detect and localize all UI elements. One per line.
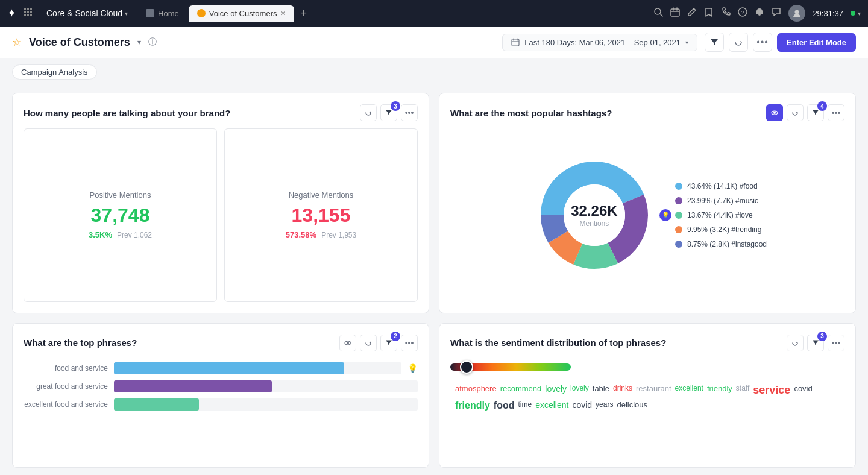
add-tab-button[interactable]: +	[295, 5, 312, 22]
phrases-more-button[interactable]: •••	[401, 335, 418, 351]
slider-thumb[interactable]	[460, 360, 473, 374]
svg-text:?: ?	[741, 10, 744, 16]
hashtags-filter-badge: 4	[817, 101, 827, 111]
word-cloud: atmosphererecommendlovelylovelytabledrin…	[450, 379, 844, 416]
status-dot-icon	[851, 11, 855, 16]
word-cloud-item[interactable]: time	[518, 400, 532, 411]
word-cloud-item[interactable]: covid	[794, 384, 812, 397]
mentions-refresh-button[interactable]	[360, 104, 377, 121]
mentions-filter-button[interactable]: 3	[380, 104, 397, 121]
campaign-analysis-filter[interactable]: Campaign Analysis	[12, 64, 97, 80]
nav-time: 29:31:37	[813, 9, 843, 18]
phrases-eye-button[interactable]	[339, 335, 356, 351]
word-cloud-item[interactable]: friendly	[455, 400, 490, 411]
word-cloud-item[interactable]: covid	[572, 400, 592, 411]
enter-edit-mode-button[interactable]: Enter Edit Mode	[777, 33, 856, 52]
tab-close-icon[interactable]: ✕	[280, 10, 286, 17]
voc-tab-icon	[197, 9, 206, 17]
word-cloud-item[interactable]: years	[596, 400, 613, 411]
donut-legend: 43.64% (14.1K) #food23.99% (7.7K) #music…	[675, 182, 767, 248]
svg-rect-8	[30, 14, 32, 16]
hashtags-eye-button[interactable]	[766, 104, 783, 121]
word-cloud-item[interactable]: lovely	[545, 384, 567, 397]
word-cloud-item[interactable]: service	[753, 384, 790, 397]
word-cloud-item[interactable]: staff	[736, 384, 749, 397]
word-cloud-item[interactable]: delicious	[617, 400, 647, 411]
word-cloud-item[interactable]: lovely	[570, 384, 589, 397]
sentiment-slider[interactable]	[450, 363, 571, 371]
product-chevron-icon: ▾	[125, 10, 128, 17]
apps-grid-icon[interactable]	[24, 8, 32, 19]
mentions-widget-actions: 3 •••	[360, 104, 418, 121]
phone-icon[interactable]	[721, 7, 731, 19]
svg-rect-5	[30, 11, 32, 13]
legend-label: 9.95% (3.2K) #trending	[687, 225, 761, 234]
more-button[interactable]: •••	[753, 33, 772, 52]
word-cloud-item[interactable]: recommend	[500, 384, 542, 397]
notification-icon[interactable]	[755, 7, 764, 19]
product-switcher[interactable]: Core & Social Cloud ▾	[42, 6, 133, 20]
hashtags-more-button[interactable]: •••	[828, 104, 844, 121]
favorite-icon[interactable]: ☆	[12, 36, 22, 49]
bar-fill	[114, 362, 344, 374]
svg-point-31	[347, 342, 349, 344]
toolbar-actions: ••• Enter Edit Mode	[705, 33, 856, 52]
date-range-picker[interactable]: Last 180 Days: Mar 06, 2021 – Sep 01, 20…	[502, 34, 697, 51]
svg-point-17	[795, 10, 799, 14]
help-icon[interactable]: ?	[738, 7, 747, 19]
tab-home-label: Home	[158, 9, 179, 18]
edit-icon[interactable]	[687, 7, 697, 19]
title-chevron-icon[interactable]: ▾	[137, 38, 141, 46]
word-cloud-item[interactable]: excellent	[535, 400, 568, 411]
info-icon[interactable]: ⓘ	[148, 37, 157, 48]
word-cloud-item[interactable]: drinks	[613, 384, 632, 397]
nav-status[interactable]: ▾	[851, 10, 861, 17]
phrases-filter-button[interactable]: 2	[380, 335, 397, 351]
mentions-grid: Positive Mentions 37,748 3.5K% Prev 1,06…	[24, 128, 418, 302]
bar-row: food and service 💡	[24, 362, 418, 374]
phrases-widget: What are the top phrases? 2 ••• food and…	[12, 323, 429, 468]
negative-mentions-card: Negative Mentions 13,155 573.58% Prev 1,…	[224, 128, 418, 302]
negative-mentions-footer: 573.58% Prev 1,953	[286, 230, 356, 239]
svg-rect-2	[30, 8, 32, 10]
bar-label: excellent food and service	[24, 400, 108, 409]
mentions-more-button[interactable]: •••	[401, 104, 418, 121]
legend-item: 43.64% (14.1K) #food	[675, 182, 767, 190]
word-cloud-item[interactable]: restaurant	[636, 384, 671, 397]
svg-rect-7	[27, 14, 29, 16]
legend-label: 8.75% (2.8K) #instagood	[687, 240, 767, 248]
bar-track	[114, 362, 401, 374]
bookmark-icon[interactable]	[704, 7, 714, 19]
search-icon[interactable]	[653, 7, 663, 19]
refresh-button[interactable]	[729, 33, 748, 52]
bar-hint-icon[interactable]: 💡	[407, 363, 418, 373]
sentiment-widget-actions: 3 •••	[787, 335, 844, 351]
calendar-small-icon	[511, 38, 520, 46]
donut-label: Mentions	[571, 219, 617, 228]
chat-icon[interactable]	[772, 7, 781, 19]
mentions-more-icon: •••	[405, 108, 414, 118]
hashtags-filter-button[interactable]: 4	[807, 104, 824, 121]
tab-home[interactable]: Home	[137, 5, 187, 22]
hashtags-refresh-button[interactable]	[787, 104, 804, 121]
tab-voc[interactable]: Voice of Customers ✕	[189, 5, 295, 22]
sentiment-refresh-button[interactable]	[787, 335, 804, 351]
filter-button[interactable]	[705, 33, 724, 52]
legend-dot	[675, 197, 682, 204]
refresh-icon	[734, 38, 743, 46]
calendar-icon[interactable]	[670, 7, 680, 19]
donut-hint-icon[interactable]: 💡	[659, 209, 671, 221]
home-icon	[146, 9, 154, 17]
word-cloud-item[interactable]: food	[494, 400, 515, 411]
sentiment-more-button[interactable]: •••	[828, 335, 844, 351]
word-cloud-item[interactable]: atmosphere	[455, 384, 497, 397]
negative-mentions-value: 13,155	[292, 204, 351, 227]
sentiment-slider-row	[450, 363, 844, 371]
word-cloud-item[interactable]: excellent	[675, 384, 703, 397]
word-cloud-item[interactable]: table	[593, 384, 609, 397]
phrases-refresh-button[interactable]	[360, 335, 377, 351]
avatar[interactable]	[788, 5, 805, 22]
sentiment-filter-button[interactable]: 3	[807, 335, 824, 351]
tab-voc-label: Voice of Customers	[209, 9, 277, 18]
word-cloud-item[interactable]: friendly	[707, 384, 732, 397]
